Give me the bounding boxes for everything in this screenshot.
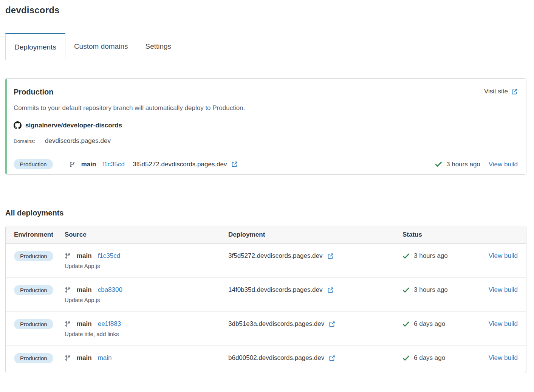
production-card-title: Production [14,88,54,96]
commit-message: Update App.js [65,297,228,303]
branch-name: main [77,320,92,328]
view-build-link[interactable]: View build [489,286,518,293]
status-time: 6 days ago [414,320,445,328]
column-header-deployment: Deployment [228,231,402,239]
view-build-link[interactable]: View build [489,252,518,259]
branch-name: main [77,354,92,362]
git-branch-icon [65,355,71,361]
deployment-url: b6d00502.devdiscords.pages.dev [228,354,324,362]
git-branch-icon [65,321,71,327]
all-deployments-title: All deployments [5,209,526,217]
deployment-url: 3f5d5272.devdiscords.pages.dev [228,252,323,260]
domains-row: Domains: devdiscords.pages.dev [14,137,518,145]
commit-link[interactable]: f1c35cd [102,161,125,168]
external-link-icon[interactable] [231,161,238,167]
environment-badge: Production [14,353,53,363]
check-icon [402,321,410,328]
table-row: Production main f1c35cd Update App.js 3f… [6,244,526,278]
domains-value: devdiscords.pages.dev [45,137,111,145]
branch-name: main [81,161,96,168]
check-icon [402,253,410,260]
commit-link[interactable]: f1c35cd [98,252,121,260]
status-time: 3 hours ago [414,252,448,260]
repository-name: signalnerve/developer-discords [25,122,122,129]
view-build-link[interactable]: View build [489,354,518,361]
environment-badge: Production [14,285,53,295]
table-row: Production main main b6d00502.devdiscord… [6,346,526,373]
external-link-icon[interactable] [329,355,335,361]
git-branch-icon [69,161,75,167]
deployment-url: 3f5d5272.devdiscords.pages.dev [133,161,227,168]
external-link-icon[interactable] [327,253,334,259]
git-branch-icon [65,253,71,259]
status-time: 3 hours ago [414,286,448,294]
view-build-link[interactable]: View build [489,161,518,168]
tab-deployments[interactable]: Deployments [5,33,65,60]
tab-settings[interactable]: Settings [136,33,180,60]
environment-badge: Production [14,319,53,329]
check-icon [402,355,410,362]
production-deployment-row: Production main f1c35cd 3f5d5272.devdisc… [7,154,526,174]
tab-bar: Deployments Custom domains Settings [5,33,526,60]
git-branch-icon [65,287,71,293]
tab-custom-domains[interactable]: Custom domains [65,33,137,60]
column-header-status: Status [402,231,485,239]
domains-label: Domains: [14,138,35,144]
commit-link[interactable]: main [98,354,112,362]
commit-link[interactable]: ee1f883 [98,320,121,328]
table-row: Production main ee1f883 Update title, ad… [6,312,526,346]
view-build-link[interactable]: View build [489,320,518,327]
visit-site-label: Visit site [484,88,508,95]
commit-message: Update title, add links [65,331,228,337]
external-link-icon[interactable] [329,321,335,327]
external-link-icon[interactable] [327,287,334,293]
visit-site-link[interactable]: Visit site [484,88,518,95]
check-icon [402,287,410,294]
environment-badge: Production [14,159,53,169]
status-time: 3 hours ago [446,161,480,168]
external-link-icon [511,88,518,95]
deployments-table-body: Production main f1c35cd Update App.js 3f… [6,244,526,373]
github-icon [14,121,22,129]
pages-project-page: devdiscords Deployments Custom domains S… [0,0,534,373]
commit-link[interactable]: cba8300 [98,286,122,294]
column-header-source: Source [65,231,228,239]
deployments-table: Environment Source Deployment Status Pro… [5,226,526,373]
repository-row: signalnerve/developer-discords [14,121,518,129]
branch-name: main [77,286,92,294]
deployment-url: 3db51e3a.devdiscords.pages.dev [228,320,324,328]
commit-message: Update App.js [65,263,228,269]
deployment-url: 14f0b35d.devdiscords.pages.dev [228,286,323,294]
branch-name: main [77,252,92,260]
page-title: devdiscords [5,5,526,15]
production-description: Commits to your default repository branc… [14,104,518,112]
column-header-environment: Environment [14,231,65,239]
table-header: Environment Source Deployment Status [6,226,526,244]
check-icon [435,161,442,168]
table-row: Production main cba8300 Update App.js 14… [6,278,526,312]
environment-badge: Production [14,251,53,261]
production-card: Production Visit site Commits to your de… [5,78,526,175]
status-time: 6 days ago [414,354,445,362]
